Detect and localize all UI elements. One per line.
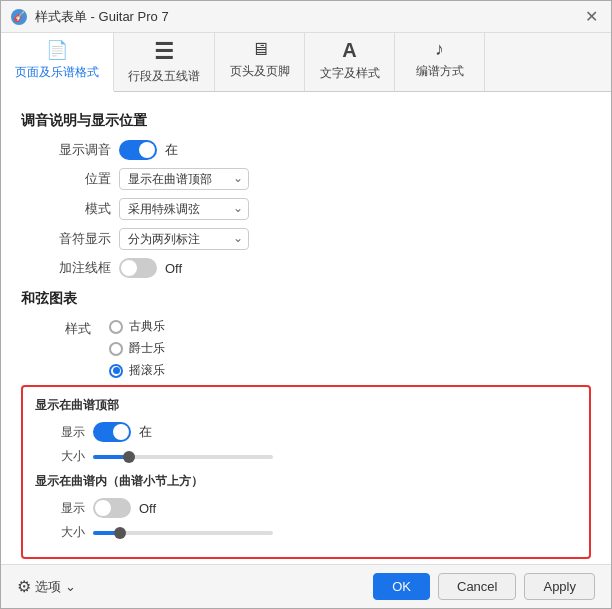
tab-notation-label: 编谱方式: [416, 63, 464, 80]
subpanel-top-show-label: 显示: [35, 424, 85, 441]
border-label: 加注线框: [21, 259, 111, 277]
tab-page-format[interactable]: 📄 页面及乐谱格式: [1, 33, 114, 92]
show-tuning-toggle[interactable]: [119, 140, 157, 160]
main-window: 🎸 样式表单 - Guitar Pro 7 ✕ 📄 页面及乐谱格式 ☰ 行段及五…: [0, 0, 612, 609]
radio-classical-label: 古典乐: [129, 318, 165, 335]
subpanel-top-show-row: 显示 在: [35, 422, 577, 442]
show-tuning-after: 在: [165, 141, 178, 159]
options-button[interactable]: ⚙ 选项 ⌄: [17, 577, 76, 596]
subpanel-inner-size-row: 大小: [35, 524, 577, 541]
subpanel-inner-size-label: 大小: [35, 524, 85, 541]
tab-page-format-label: 页面及乐谱格式: [15, 64, 99, 81]
tab-bar: 📄 页面及乐谱格式 ☰ 行段及五线谱 🖥 页头及页脚 A 文字及样式 ♪ 编谱方…: [1, 33, 611, 92]
subpanel-top-size-row: 大小: [35, 448, 577, 465]
window-title: 样式表单 - Guitar Pro 7: [35, 8, 169, 26]
titlebar: 🎸 样式表单 - Guitar Pro 7 ✕: [1, 1, 611, 33]
mode-row: 模式 采用特殊调弦: [21, 198, 591, 220]
subpanel-top-slider[interactable]: [93, 455, 273, 459]
tab-header-icon: 🖥: [251, 39, 269, 60]
border-after: Off: [165, 261, 182, 276]
close-button[interactable]: ✕: [581, 7, 601, 27]
tab-staff-icon: ☰: [154, 39, 174, 65]
radio-rock[interactable]: [109, 364, 123, 378]
subpanel-inner-show-toggle[interactable]: [93, 498, 131, 518]
subpanel-top-show-after: 在: [139, 423, 152, 441]
subpanel-top-show-toggle[interactable]: [93, 422, 131, 442]
gear-icon: ⚙: [17, 577, 31, 596]
tab-text-style[interactable]: A 文字及样式: [305, 33, 395, 91]
app-icon: 🎸: [11, 9, 27, 25]
bottom-buttons: OK Cancel Apply: [373, 573, 595, 600]
position-row: 位置 显示在曲谱顶部: [21, 168, 591, 190]
tab-text-label: 文字及样式: [320, 65, 380, 82]
radio-rock-label: 摇滚乐: [129, 362, 165, 379]
chord-style-radio-group: 古典乐 爵士乐 摇滚乐: [109, 318, 165, 379]
show-tuning-label: 显示调音: [21, 141, 111, 159]
titlebar-left: 🎸 样式表单 - Guitar Pro 7: [11, 8, 169, 26]
position-select[interactable]: 显示在曲谱顶部: [119, 168, 249, 190]
tab-header-footer[interactable]: 🖥 页头及页脚: [215, 33, 305, 91]
tab-notation-icon: ♪: [435, 39, 444, 60]
section2-title: 和弦图表: [21, 290, 591, 308]
radio-classical[interactable]: [109, 320, 123, 334]
show-tuning-row: 显示调音 在: [21, 140, 591, 160]
subpanel-inner-title: 显示在曲谱内（曲谱小节上方）: [35, 473, 577, 490]
cancel-button[interactable]: Cancel: [438, 573, 516, 600]
mode-label: 模式: [21, 200, 111, 218]
radio-row-classical[interactable]: 古典乐: [109, 318, 165, 335]
border-knob: [121, 260, 137, 276]
section1-title: 调音说明与显示位置: [21, 112, 591, 130]
subpanel-inner-show-row: 显示 Off: [35, 498, 577, 518]
radio-jazz[interactable]: [109, 342, 123, 356]
border-row: 加注线框 Off: [21, 258, 591, 278]
apply-button[interactable]: Apply: [524, 573, 595, 600]
subpanel-inner-slider-knob[interactable]: [114, 527, 126, 539]
options-chevron-icon: ⌄: [65, 579, 76, 594]
show-tuning-knob: [139, 142, 155, 158]
mode-select[interactable]: 采用特殊调弦: [119, 198, 249, 220]
note-display-label: 音符显示: [21, 230, 111, 248]
position-select-wrapper[interactable]: 显示在曲谱顶部: [119, 168, 249, 190]
radio-jazz-label: 爵士乐: [129, 340, 165, 357]
border-toggle[interactable]: [119, 258, 157, 278]
tab-header-label: 页头及页脚: [230, 63, 290, 80]
tab-staff-line[interactable]: ☰ 行段及五线谱: [114, 33, 215, 91]
subpanel-inner-slider[interactable]: [93, 531, 273, 535]
radio-row-rock[interactable]: 摇滚乐: [109, 362, 165, 379]
subpanel-inner-show-knob: [95, 500, 111, 516]
tab-text-icon: A: [342, 39, 356, 62]
subpanel-inner-show-label: 显示: [35, 500, 85, 517]
note-display-select[interactable]: 分为两列标注: [119, 228, 249, 250]
sub-panel: 显示在曲谱顶部 显示 在 大小 显示在曲谱内（曲谱小节上方）: [21, 385, 591, 559]
note-display-wrapper[interactable]: 分为两列标注: [119, 228, 249, 250]
tab-page-format-icon: 📄: [46, 39, 68, 61]
chord-style-row: 样式 古典乐 爵士乐 摇滚乐: [21, 318, 591, 379]
options-label: 选项: [35, 578, 61, 596]
subpanel-top-size-label: 大小: [35, 448, 85, 465]
subpanel-inner-show-after: Off: [139, 501, 156, 516]
radio-row-jazz[interactable]: 爵士乐: [109, 340, 165, 357]
subpanel-top-title: 显示在曲谱顶部: [35, 397, 577, 414]
chord-style-label: 样式: [21, 318, 91, 338]
position-label: 位置: [21, 170, 111, 188]
bottom-bar: ⚙ 选项 ⌄ OK Cancel Apply: [1, 564, 611, 608]
content-area: 调音说明与显示位置 显示调音 在 位置 显示在曲谱顶部 模式 采用特殊调弦: [1, 92, 611, 564]
ok-button[interactable]: OK: [373, 573, 430, 600]
mode-select-wrapper[interactable]: 采用特殊调弦: [119, 198, 249, 220]
subpanel-top-show-knob: [113, 424, 129, 440]
note-display-row: 音符显示 分为两列标注: [21, 228, 591, 250]
subpanel-top-slider-knob[interactable]: [123, 451, 135, 463]
tab-notation[interactable]: ♪ 编谱方式: [395, 33, 485, 91]
tab-staff-label: 行段及五线谱: [128, 68, 200, 85]
